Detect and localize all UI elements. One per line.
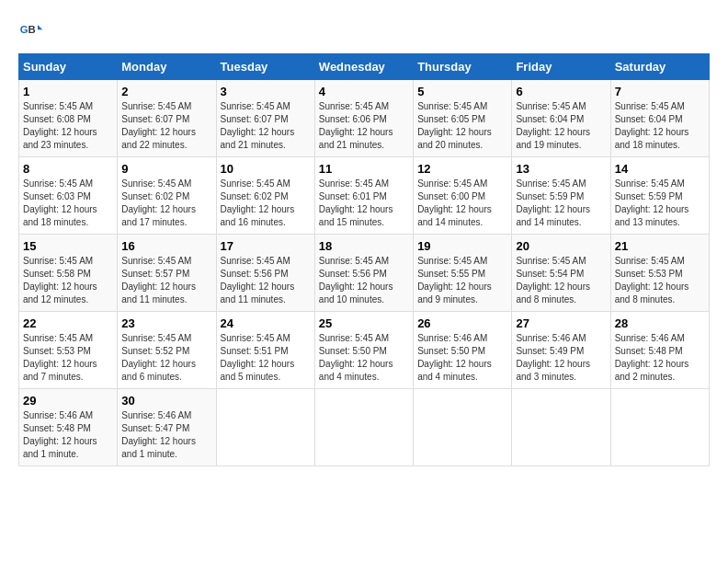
logo-icon: G B (18, 18, 44, 44)
calendar-cell (314, 389, 413, 466)
day-info: Sunrise: 5:45 AMSunset: 6:07 PMDaylight:… (121, 100, 211, 152)
day-info: Sunrise: 5:45 AMSunset: 6:02 PMDaylight:… (121, 178, 211, 229)
day-header-wednesday: Wednesday (314, 54, 413, 80)
day-header-sunday: Sunday (19, 54, 118, 80)
day-number: 5 (417, 85, 507, 98)
logo: G B (18, 18, 48, 44)
calendar-week-row: 1Sunrise: 5:45 AMSunset: 6:08 PMDaylight… (19, 80, 710, 157)
day-info: Sunrise: 5:45 AMSunset: 5:56 PMDaylight:… (319, 255, 409, 306)
day-info: Sunrise: 5:45 AMSunset: 5:53 PMDaylight:… (23, 332, 113, 384)
day-number: 2 (121, 85, 211, 98)
day-number: 9 (121, 162, 211, 176)
calendar-cell (216, 389, 314, 466)
day-number: 6 (516, 85, 606, 98)
calendar-cell: 8Sunrise: 5:45 AMSunset: 6:03 PMDaylight… (19, 157, 118, 235)
calendar-cell: 17Sunrise: 5:45 AMSunset: 5:56 PMDayligh… (216, 235, 314, 312)
calendar-cell: 23Sunrise: 5:45 AMSunset: 5:52 PMDayligh… (118, 312, 216, 389)
day-info: Sunrise: 5:45 AMSunset: 6:00 PMDaylight:… (417, 178, 507, 229)
day-number: 24 (221, 316, 311, 330)
day-info: Sunrise: 5:45 AMSunset: 5:52 PMDaylight:… (121, 332, 211, 384)
calendar-week-row: 29Sunrise: 5:46 AMSunset: 5:48 PMDayligh… (19, 389, 710, 466)
calendar-cell: 29Sunrise: 5:46 AMSunset: 5:48 PMDayligh… (19, 389, 118, 466)
calendar-cell: 19Sunrise: 5:45 AMSunset: 5:55 PMDayligh… (414, 235, 512, 312)
calendar-header-row: SundayMondayTuesdayWednesdayThursdayFrid… (19, 54, 710, 80)
day-number: 23 (121, 316, 211, 330)
day-info: Sunrise: 5:45 AMSunset: 6:07 PMDaylight:… (221, 100, 311, 152)
day-info: Sunrise: 5:45 AMSunset: 5:55 PMDaylight:… (417, 255, 507, 306)
calendar-cell: 16Sunrise: 5:45 AMSunset: 5:57 PMDayligh… (118, 235, 216, 312)
day-number: 16 (121, 239, 211, 253)
calendar-cell: 21Sunrise: 5:45 AMSunset: 5:53 PMDayligh… (610, 235, 709, 312)
calendar-table: SundayMondayTuesdayWednesdayThursdayFrid… (18, 53, 710, 466)
day-number: 3 (221, 85, 311, 98)
calendar-cell: 3Sunrise: 5:45 AMSunset: 6:07 PMDaylight… (216, 80, 314, 157)
day-number: 29 (23, 394, 113, 408)
day-number: 4 (319, 85, 409, 98)
day-number: 30 (121, 394, 211, 408)
day-info: Sunrise: 5:45 AMSunset: 5:57 PMDaylight:… (121, 255, 211, 306)
calendar-cell: 4Sunrise: 5:45 AMSunset: 6:06 PMDaylight… (314, 80, 413, 157)
day-number: 21 (615, 239, 705, 253)
day-number: 22 (23, 316, 113, 330)
calendar-cell: 5Sunrise: 5:45 AMSunset: 6:05 PMDaylight… (414, 80, 512, 157)
day-info: Sunrise: 5:46 AMSunset: 5:48 PMDaylight:… (23, 409, 113, 461)
calendar-cell: 2Sunrise: 5:45 AMSunset: 6:07 PMDaylight… (118, 80, 216, 157)
day-number: 18 (319, 239, 409, 253)
day-number: 8 (23, 162, 113, 176)
day-info: Sunrise: 5:45 AMSunset: 5:56 PMDaylight:… (221, 255, 311, 306)
calendar-cell: 10Sunrise: 5:45 AMSunset: 6:02 PMDayligh… (216, 157, 314, 235)
calendar-week-row: 15Sunrise: 5:45 AMSunset: 5:58 PMDayligh… (19, 235, 710, 312)
day-info: Sunrise: 5:45 AMSunset: 5:59 PMDaylight:… (615, 178, 705, 229)
calendar-cell: 26Sunrise: 5:46 AMSunset: 5:50 PMDayligh… (414, 312, 512, 389)
calendar-cell: 7Sunrise: 5:45 AMSunset: 6:04 PMDaylight… (610, 80, 709, 157)
day-number: 25 (319, 316, 409, 330)
day-number: 10 (221, 162, 311, 176)
day-info: Sunrise: 5:45 AMSunset: 6:05 PMDaylight:… (417, 100, 507, 152)
svg-marker-2 (38, 25, 42, 29)
day-info: Sunrise: 5:45 AMSunset: 5:58 PMDaylight:… (23, 255, 113, 306)
day-header-thursday: Thursday (414, 54, 512, 80)
day-header-saturday: Saturday (610, 54, 709, 80)
calendar-cell (610, 389, 709, 466)
day-header-friday: Friday (512, 54, 610, 80)
day-info: Sunrise: 5:45 AMSunset: 5:51 PMDaylight:… (221, 332, 311, 384)
day-info: Sunrise: 5:45 AMSunset: 6:04 PMDaylight:… (516, 100, 606, 152)
day-info: Sunrise: 5:46 AMSunset: 5:50 PMDaylight:… (417, 332, 507, 384)
calendar-cell: 22Sunrise: 5:45 AMSunset: 5:53 PMDayligh… (19, 312, 118, 389)
calendar-cell: 25Sunrise: 5:45 AMSunset: 5:50 PMDayligh… (314, 312, 413, 389)
calendar-cell (414, 389, 512, 466)
calendar-cell: 14Sunrise: 5:45 AMSunset: 5:59 PMDayligh… (610, 157, 709, 235)
calendar-cell: 6Sunrise: 5:45 AMSunset: 6:04 PMDaylight… (512, 80, 610, 157)
calendar-cell: 15Sunrise: 5:45 AMSunset: 5:58 PMDayligh… (19, 235, 118, 312)
calendar-week-row: 8Sunrise: 5:45 AMSunset: 6:03 PMDaylight… (19, 157, 710, 235)
day-number: 19 (417, 239, 507, 253)
day-number: 26 (417, 316, 507, 330)
day-number: 14 (615, 162, 705, 176)
day-info: Sunrise: 5:45 AMSunset: 5:50 PMDaylight:… (319, 332, 409, 384)
calendar-cell: 9Sunrise: 5:45 AMSunset: 6:02 PMDaylight… (118, 157, 216, 235)
calendar-cell: 13Sunrise: 5:45 AMSunset: 5:59 PMDayligh… (512, 157, 610, 235)
day-info: Sunrise: 5:46 AMSunset: 5:49 PMDaylight:… (516, 332, 606, 384)
day-number: 17 (221, 239, 311, 253)
calendar-cell: 11Sunrise: 5:45 AMSunset: 6:01 PMDayligh… (314, 157, 413, 235)
day-info: Sunrise: 5:45 AMSunset: 6:02 PMDaylight:… (221, 178, 311, 229)
day-number: 27 (516, 316, 606, 330)
svg-text:G: G (20, 24, 28, 35)
day-number: 1 (23, 85, 113, 98)
day-info: Sunrise: 5:46 AMSunset: 5:48 PMDaylight:… (615, 332, 705, 384)
day-number: 20 (516, 239, 606, 253)
day-number: 15 (23, 239, 113, 253)
day-info: Sunrise: 5:45 AMSunset: 6:08 PMDaylight:… (23, 100, 113, 152)
calendar-cell: 18Sunrise: 5:45 AMSunset: 5:56 PMDayligh… (314, 235, 413, 312)
day-info: Sunrise: 5:45 AMSunset: 5:59 PMDaylight:… (516, 178, 606, 229)
day-info: Sunrise: 5:46 AMSunset: 5:47 PMDaylight:… (121, 409, 211, 461)
calendar-cell: 20Sunrise: 5:45 AMSunset: 5:54 PMDayligh… (512, 235, 610, 312)
day-info: Sunrise: 5:45 AMSunset: 5:53 PMDaylight:… (615, 255, 705, 306)
header: G B (18, 18, 710, 44)
calendar-week-row: 22Sunrise: 5:45 AMSunset: 5:53 PMDayligh… (19, 312, 710, 389)
calendar-cell: 1Sunrise: 5:45 AMSunset: 6:08 PMDaylight… (19, 80, 118, 157)
day-number: 28 (615, 316, 705, 330)
svg-text:B: B (28, 24, 36, 35)
day-info: Sunrise: 5:45 AMSunset: 6:04 PMDaylight:… (615, 100, 705, 152)
day-info: Sunrise: 5:45 AMSunset: 5:54 PMDaylight:… (516, 255, 606, 306)
